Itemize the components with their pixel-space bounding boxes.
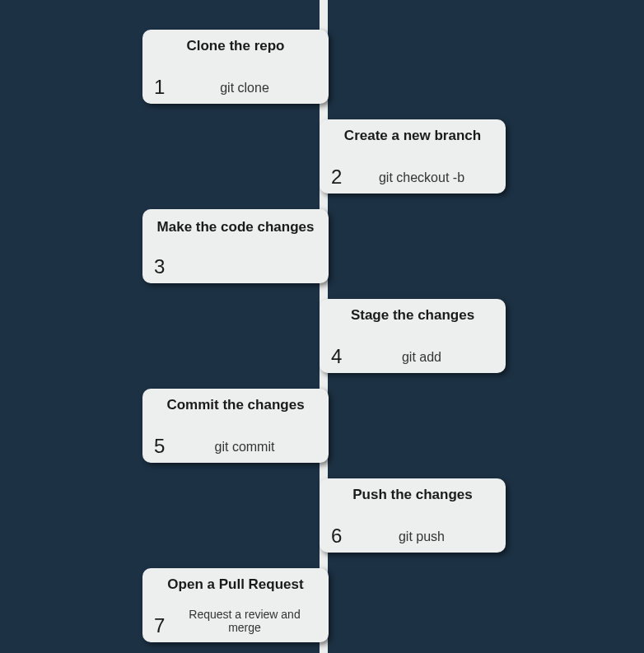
step-row: 5 git commit <box>154 436 317 456</box>
step-command: git push <box>349 529 494 546</box>
step-number: 4 <box>331 347 349 366</box>
step-card-4: Stage the changes 4 git add <box>320 299 506 373</box>
step-command: Request a review and merge <box>172 608 317 636</box>
step-row: 4 git add <box>331 347 494 366</box>
step-card-6: Push the changes 6 git push <box>320 478 506 553</box>
step-title: Commit the changes <box>154 397 317 413</box>
step-title: Clone the repo <box>154 38 317 54</box>
step-number: 7 <box>154 616 172 636</box>
step-card-2: Create a new branch 2 git checkout -b <box>320 119 506 194</box>
step-row: 1 git clone <box>154 77 317 97</box>
step-title: Push the changes <box>331 487 494 503</box>
step-title: Open a Pull Request <box>154 576 317 593</box>
step-number: 5 <box>154 436 172 456</box>
step-card-5: Commit the changes 5 git commit <box>142 389 329 463</box>
step-title: Create a new branch <box>331 128 494 144</box>
step-number: 1 <box>154 77 172 97</box>
step-title: Make the code changes <box>154 219 317 236</box>
step-card-7: Open a Pull Request 7 Request a review a… <box>142 568 329 642</box>
step-number: 2 <box>331 167 349 187</box>
step-title: Stage the changes <box>331 307 494 324</box>
step-command: git commit <box>172 440 317 456</box>
step-number: 3 <box>154 257 172 277</box>
step-command: git clone <box>172 81 317 97</box>
step-command: git checkout -b <box>349 170 494 187</box>
step-row: 2 git checkout -b <box>331 167 494 187</box>
step-row: 6 git push <box>331 526 494 546</box>
step-command <box>172 275 317 277</box>
step-card-1: Clone the repo 1 git clone <box>142 30 329 104</box>
step-number: 6 <box>331 526 349 546</box>
step-row: 7 Request a review and merge <box>154 608 317 636</box>
step-row: 3 <box>154 257 317 277</box>
step-card-3: Make the code changes 3 <box>142 209 329 283</box>
step-command: git add <box>349 350 494 366</box>
